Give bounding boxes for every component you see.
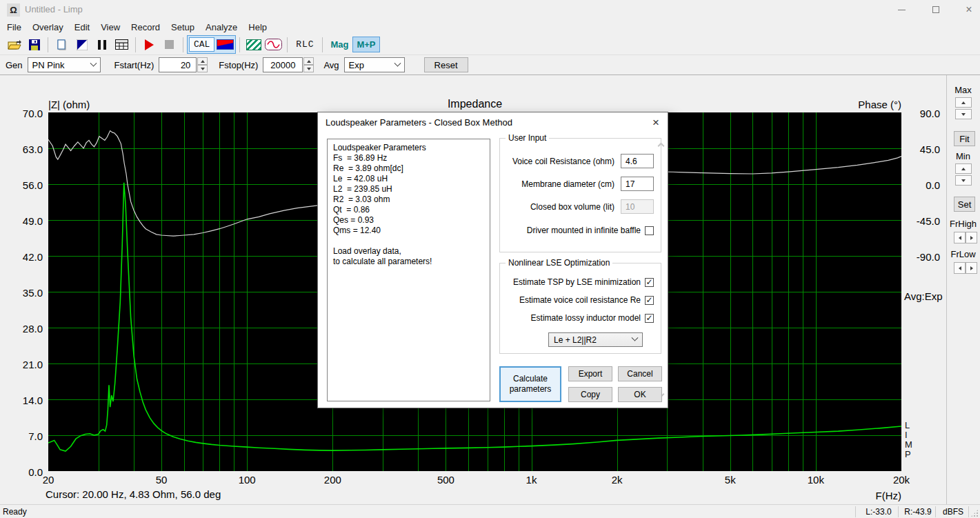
resize-grip[interactable] bbox=[970, 509, 979, 517]
pause-button[interactable] bbox=[92, 36, 112, 53]
fr-overlay-button[interactable] bbox=[243, 36, 263, 53]
toolbar-separator bbox=[322, 37, 323, 52]
chevron-down-icon bbox=[632, 335, 639, 341]
spin-up-icon bbox=[961, 101, 966, 104]
generator-button[interactable] bbox=[263, 36, 283, 53]
y-right-tick: -45.0 bbox=[903, 215, 940, 227]
baffle-checkbox[interactable] bbox=[645, 226, 654, 235]
lse-group-title: Nonlinear LSE Optimization bbox=[506, 258, 612, 268]
x-tick: 500 bbox=[437, 474, 454, 486]
copy-image-button[interactable] bbox=[52, 36, 72, 53]
maximize-icon bbox=[932, 6, 939, 13]
y-left-tick: 21.0 bbox=[0, 359, 43, 370]
cursor-readout: Cursor: 20.00 Hz, 4.83 Ohm, 56.0 deg bbox=[46, 488, 221, 500]
frhigh-spinner[interactable] bbox=[954, 232, 977, 243]
record-start-button[interactable] bbox=[139, 36, 159, 53]
lse-checkbox-3[interactable]: ✓ bbox=[645, 314, 654, 323]
menu-item-overlay[interactable]: Overlay bbox=[27, 21, 69, 34]
lse-option-row: Estimate voice coil resistance Re✓ bbox=[519, 295, 654, 305]
status-separator bbox=[855, 506, 856, 517]
minimize-button[interactable] bbox=[890, 0, 913, 19]
checkbox-label: Estimate voice coil resistance Re bbox=[519, 295, 641, 305]
field-input-2[interactable]: 17 bbox=[621, 177, 654, 191]
save-button[interactable] bbox=[24, 36, 44, 53]
set-button[interactable]: Set bbox=[954, 197, 975, 212]
user-input-group-title: User Input bbox=[506, 133, 549, 143]
cancel-button[interactable]: Cancel bbox=[618, 366, 662, 381]
sine-wave-icon bbox=[265, 39, 282, 50]
record-stop-button[interactable] bbox=[159, 36, 179, 53]
parameters-results-box[interactable]: Loudspeaker Parameters Fs = 36.89 Hz Re … bbox=[327, 139, 490, 401]
export-button[interactable]: Export bbox=[568, 366, 612, 381]
green-stripes-icon bbox=[246, 39, 261, 50]
y-left-tick: 49.0 bbox=[0, 215, 43, 227]
overlay-button[interactable] bbox=[72, 36, 92, 53]
inductor-model-value: Le + L2||R2 bbox=[554, 335, 597, 345]
y-left-tick: 56.0 bbox=[0, 179, 43, 191]
impedance-graph-icon[interactable] bbox=[217, 39, 234, 50]
maximize-button[interactable] bbox=[924, 0, 948, 19]
reset-button[interactable]: Reset bbox=[424, 57, 468, 72]
menu-item-setup[interactable]: Setup bbox=[166, 21, 200, 34]
magnitude-view-button[interactable]: Mag bbox=[326, 36, 352, 53]
cal-button[interactable]: CAL bbox=[189, 37, 214, 52]
fstop-spinner[interactable] bbox=[303, 57, 314, 72]
x-tick: 5k bbox=[725, 474, 736, 486]
menu-item-record[interactable]: Record bbox=[126, 21, 166, 34]
panel-separator bbox=[946, 75, 947, 505]
table-view-button[interactable] bbox=[112, 36, 132, 53]
user-input-row: Closed box volume (lit)10 bbox=[530, 199, 654, 214]
close-button[interactable]: × bbox=[957, 0, 980, 19]
inductor-model-select[interactable]: Le + L2||R2 bbox=[548, 332, 643, 347]
lse-checkbox-1[interactable]: ✓ bbox=[645, 278, 654, 287]
table-grid-icon bbox=[115, 39, 128, 50]
chevron-down-icon bbox=[90, 59, 97, 66]
fstart-input[interactable]: 20 bbox=[159, 57, 197, 72]
field-input-1[interactable]: 4.6 bbox=[621, 154, 654, 168]
frlow-label: FrLow bbox=[946, 249, 980, 259]
dialog-title: Loudspeaker Parameters - Closed Box Meth… bbox=[318, 112, 668, 132]
mag-label: Mag bbox=[330, 39, 348, 50]
menu-item-edit[interactable]: Edit bbox=[69, 21, 95, 34]
user-input-row: Voice coil Resistance (ohm)4.6 bbox=[512, 154, 654, 168]
frlow-spinner[interactable] bbox=[954, 262, 977, 274]
magnitude-phase-view-button[interactable]: M+P bbox=[352, 37, 379, 52]
chart-title: Impedance bbox=[48, 98, 901, 110]
fstart-spinner[interactable] bbox=[197, 57, 208, 72]
y-left-tick: 14.0 bbox=[0, 395, 43, 406]
calculate-parameters-button[interactable]: Calculate parameters bbox=[499, 366, 561, 402]
x-tick: 10k bbox=[808, 474, 824, 486]
limp-application-window: Ω Untitled - Limp × FileOverlayEditViewR… bbox=[0, 0, 980, 518]
min-spinner[interactable] bbox=[955, 163, 972, 186]
open-file-button[interactable] bbox=[4, 36, 24, 53]
menu-item-analyze[interactable]: Analyze bbox=[200, 21, 243, 34]
max-spinner[interactable] bbox=[955, 97, 972, 119]
spin-up-icon bbox=[961, 168, 966, 170]
x-axis-title: F(Hz) bbox=[832, 490, 901, 501]
x-tick: 20 bbox=[43, 474, 54, 486]
menu-item-file[interactable]: File bbox=[1, 21, 27, 34]
status-text: Ready bbox=[3, 507, 27, 517]
avg-select[interactable]: Exp bbox=[344, 57, 405, 72]
dialog-close-button[interactable]: × bbox=[644, 112, 668, 132]
menu-item-view[interactable]: View bbox=[95, 21, 126, 34]
spin-up-icon bbox=[307, 60, 311, 63]
copy-button[interactable]: Copy bbox=[568, 387, 612, 402]
toolbar-separator bbox=[48, 37, 48, 52]
toolbar-separator bbox=[183, 37, 183, 52]
status-separator bbox=[935, 506, 936, 517]
lse-checkbox-2[interactable]: ✓ bbox=[645, 296, 654, 305]
ok-button[interactable]: OK bbox=[618, 387, 662, 402]
menu-item-help[interactable]: Help bbox=[243, 21, 272, 34]
fstop-input[interactable]: 20000 bbox=[263, 57, 303, 72]
calibration-group: CAL bbox=[187, 35, 236, 54]
fit-button[interactable]: Fit bbox=[954, 131, 975, 146]
y-left-tick: 28.0 bbox=[0, 323, 43, 335]
rlc-button[interactable]: RLC bbox=[291, 36, 319, 53]
generator-type-select[interactable]: PN Pink bbox=[28, 57, 101, 72]
y-right-tick: 90.0 bbox=[903, 108, 940, 119]
loudspeaker-parameters-dialog: Loudspeaker Parameters - Closed Box Meth… bbox=[317, 112, 668, 408]
spin-right-icon bbox=[970, 266, 973, 270]
spin-down-icon bbox=[961, 179, 966, 182]
gen-label: Gen bbox=[6, 60, 23, 70]
